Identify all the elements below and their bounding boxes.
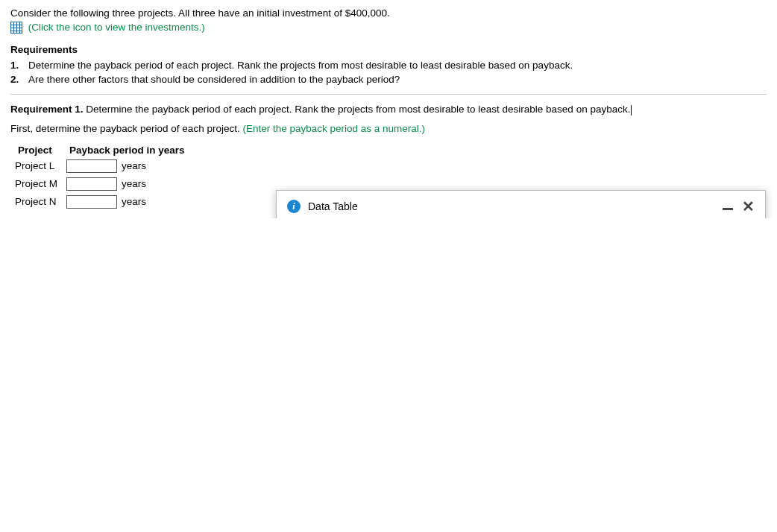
view-investments-link[interactable]: (Click the icon to view the investments.…	[10, 22, 767, 34]
unit-l: years	[122, 159, 146, 171]
requirements-heading: Requirements	[10, 44, 767, 55]
modal-header: i Data Table ✕	[277, 191, 765, 218]
link-text: (Click the icon to view the investments.…	[28, 22, 205, 33]
intro-text: Consider the following three projects. A…	[10, 7, 767, 19]
instr2-green: (Enter the payback period as a numeral.)	[242, 123, 425, 134]
req1-lead: Requirement 1.	[10, 104, 84, 115]
req1-text: Determine the payback period of each pro…	[84, 104, 631, 115]
input-project-n[interactable]	[66, 195, 117, 209]
requirement-1-instruction: Requirement 1. Determine the payback per…	[10, 104, 767, 115]
info-icon: i	[287, 200, 301, 213]
row-project-n-label: Project N	[10, 193, 62, 211]
modal-controls: ✕	[723, 201, 755, 212]
divider	[10, 94, 767, 95]
col-period: Payback period in years	[62, 143, 192, 157]
req-num-1: 1.	[10, 60, 28, 71]
unit-n: years	[122, 195, 146, 206]
requirements-list: 1.Determine the payback period of each p…	[10, 60, 767, 85]
modal-title: Data Table	[308, 200, 358, 212]
col-project: Project	[10, 143, 62, 157]
req-1-text: Determine the payback period of each pro…	[28, 60, 573, 71]
grid-icon	[10, 22, 22, 34]
row-project-m-label: Project M	[10, 175, 62, 193]
minimize-icon[interactable]	[723, 208, 733, 210]
req-2-text: Are there other factors that should be c…	[28, 74, 400, 85]
row-project-l-label: Project L	[10, 157, 62, 175]
instruction-2: First, determine the payback period of e…	[10, 123, 767, 134]
input-project-l[interactable]	[66, 159, 117, 173]
req-num-2: 2.	[10, 74, 28, 85]
instr2-plain: First, determine the payback period of e…	[10, 123, 242, 134]
close-icon[interactable]: ✕	[742, 201, 755, 212]
data-table-modal: i Data Table ✕ Net Cash Inflows Project …	[276, 190, 766, 218]
unit-m: years	[122, 177, 146, 189]
text-cursor	[630, 104, 632, 115]
payback-input-table: Project Payback period in years Project …	[10, 143, 192, 211]
input-project-m[interactable]	[66, 177, 117, 191]
